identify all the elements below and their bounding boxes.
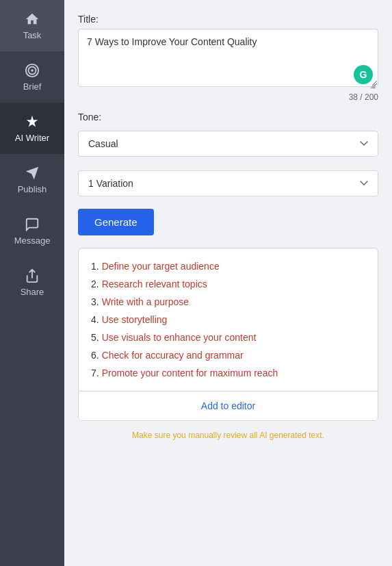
list-item: 1.Define your target audience [91,261,365,272]
results-list: 1.Define your target audience 2.Research… [79,248,378,391]
svg-point-2 [31,69,34,72]
generate-button[interactable]: Generate [78,209,154,235]
home-icon [24,11,40,27]
sidebar-share-label: Share [21,287,44,297]
list-item: 6.Check for accuracy and grammar [91,350,365,361]
sidebar-task-label: Task [23,30,42,40]
title-input[interactable] [78,29,378,87]
sidebar-item-share[interactable]: Share [0,257,64,308]
sidebar-message-label: Message [14,235,51,246]
sidebar-item-message[interactable]: Message [0,205,64,257]
disclaimer: Make sure you manually review all AI gen… [78,430,378,440]
sidebar-item-ai-writer[interactable]: AI Writer [0,103,64,154]
variation-section: 1 Variation 2 Variations 3 Variations [78,166,378,196]
sparkle-icon [24,114,40,130]
title-label: Title: [78,14,378,25]
list-item: 7.Promote your content for maximum reach [91,368,365,378]
sidebar-ai-writer-label: AI Writer [15,133,49,143]
sidebar: Task Brief AI Writer Publish [0,0,64,566]
list-item: 3.Write with a purpose [91,296,365,307]
variation-select[interactable]: 1 Variation 2 Variations 3 Variations [78,170,378,196]
sidebar-publish-label: Publish [18,184,47,194]
tone-section: Tone: Casual Formal Friendly Professiona… [78,112,378,157]
list-item: 5.Use visuals to enhance your content [91,332,365,343]
sidebar-item-brief[interactable]: Brief [0,51,64,103]
share-icon [24,268,40,284]
chat-icon [24,216,40,233]
sidebar-item-publish[interactable]: Publish [0,154,64,205]
list-item: 4.Use storytelling [91,314,365,325]
main-content: Title: G ◢ 38 / 200 Tone: Casual Formal … [64,0,392,566]
tone-label: Tone: [78,112,378,123]
target-icon [24,62,40,79]
sidebar-item-task[interactable]: Task [0,0,64,51]
title-input-wrapper: G ◢ [78,29,378,90]
results-box: 1.Define your target audience 2.Research… [78,248,378,421]
add-to-editor-button[interactable]: Add to editor [79,391,378,420]
tone-select[interactable]: Casual Formal Friendly Professional [78,131,378,157]
send-icon [24,165,40,181]
char-count: 38 / 200 [78,92,378,102]
resize-handle[interactable]: ◢ [370,81,377,88]
list-item: 2.Research relevant topics [91,279,365,290]
sidebar-brief-label: Brief [23,81,42,92]
